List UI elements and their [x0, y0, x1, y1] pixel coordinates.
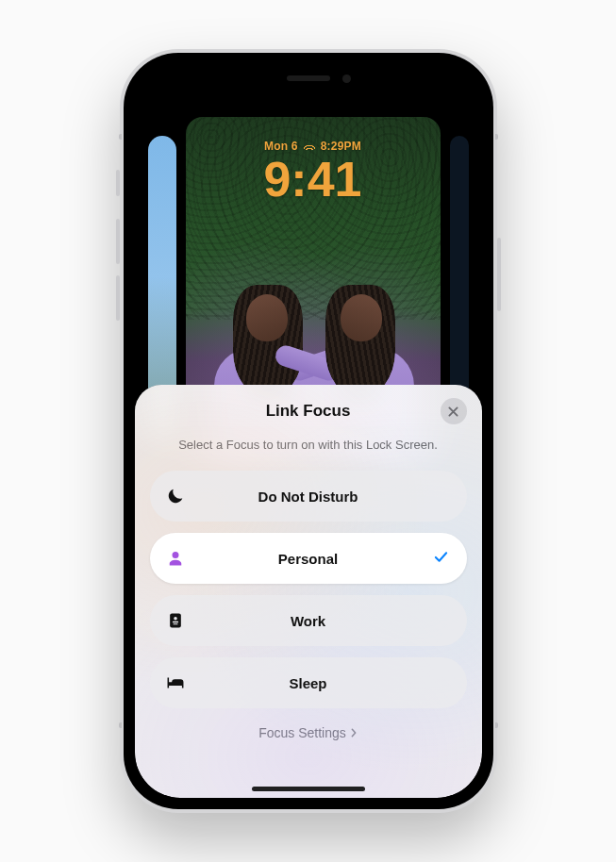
home-indicator[interactable]	[252, 787, 365, 791]
focus-list: Do Not Disturb Personal	[150, 471, 467, 708]
mute-switch[interactable]	[116, 170, 120, 196]
focus-item-dnd[interactable]: Do Not Disturb	[150, 471, 467, 522]
checkmark-icon	[434, 550, 448, 568]
sheet-header: Link Focus	[150, 402, 467, 421]
lockscreen-date-row: Mon 6 8:29PM	[186, 140, 441, 153]
side-button[interactable]	[497, 238, 501, 311]
focus-settings-link[interactable]: Focus Settings	[150, 725, 467, 740]
close-icon	[448, 406, 458, 417]
focus-item-label: Work	[150, 613, 467, 629]
link-focus-sheet: Link Focus Select a Focus to turn on wit…	[135, 385, 482, 798]
weather-icon	[304, 142, 315, 150]
focus-item-personal[interactable]: Personal	[150, 533, 467, 584]
sheet-title: Link Focus	[150, 402, 467, 421]
focus-item-work[interactable]: Work	[150, 595, 467, 646]
device-screen: Mon 6 8:29PM 9:41	[135, 64, 482, 798]
focus-item-sleep[interactable]: Sleep	[150, 657, 467, 708]
focus-item-label: Personal	[150, 551, 467, 567]
iphone-device-frame: Mon 6 8:29PM 9:41	[120, 49, 497, 813]
earpiece-speaker	[287, 75, 330, 81]
lockscreen-header: Mon 6 8:29PM 9:41	[186, 140, 441, 204]
lockscreen-time: 9:41	[186, 155, 441, 204]
front-camera	[342, 75, 351, 83]
device-bezel: Mon 6 8:29PM 9:41	[124, 53, 493, 809]
sheet-subtitle: Select a Focus to turn on with this Lock…	[150, 438, 467, 452]
focus-settings-label: Focus Settings	[258, 725, 346, 740]
close-button[interactable]	[441, 398, 467, 424]
lockscreen-time-suffix: 8:29PM	[321, 140, 361, 153]
focus-item-label: Sleep	[150, 675, 467, 691]
notch	[238, 64, 379, 92]
volume-up-button[interactable]	[116, 219, 120, 264]
lockscreen-date: Mon 6	[264, 140, 298, 153]
focus-item-label: Do Not Disturb	[150, 489, 467, 505]
volume-down-button[interactable]	[116, 275, 120, 321]
chevron-right-icon	[350, 728, 358, 738]
